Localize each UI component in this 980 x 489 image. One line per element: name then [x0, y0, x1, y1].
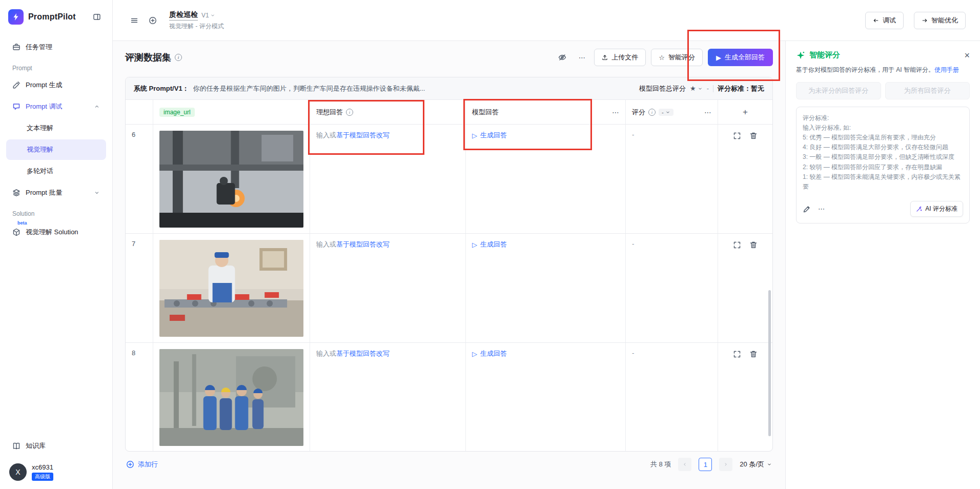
chevron-left-icon: [682, 462, 687, 467]
nav-label: 视觉理解 Solution: [26, 228, 78, 237]
ai-criteria-button[interactable]: AI 评分标准: [910, 201, 963, 217]
sidebar-item-prompt-batch[interactable]: Prompt 批量: [6, 182, 106, 203]
upload-icon: [602, 54, 608, 60]
rewrite-from-model-link[interactable]: 基于模型回答改写: [336, 240, 390, 248]
ideal-answer-cell[interactable]: 输入或基于模型回答改写: [310, 343, 466, 452]
section-label-prompt: Prompt: [0, 58, 112, 74]
upload-file-button[interactable]: 上传文件: [594, 49, 646, 66]
nav-label: 文本理解: [27, 124, 53, 133]
topbar: 质检巡检 V1 视觉理解 - 评分模式 调试 智能优化: [113, 0, 980, 41]
pencil-icon: [803, 205, 811, 213]
user-meta: xc6931 高级版: [32, 463, 53, 481]
nav-label: 视觉理解: [27, 145, 53, 154]
chevron-down-icon: [665, 110, 670, 115]
header-image-url[interactable]: image_url: [153, 100, 310, 124]
edit-criteria-button[interactable]: [803, 205, 811, 213]
play-icon: ▶: [716, 54, 721, 61]
sidebar-item-text-understanding[interactable]: 文本理解: [6, 118, 106, 138]
criteria-editor[interactable]: 评分标准: 输入评分标准, 如: 5: 优秀 — 模型回答完全满足所有要求，理由…: [796, 107, 970, 224]
ideal-answer-cell[interactable]: 输入或基于模型回答改写: [310, 125, 466, 233]
header-ideal-answer[interactable]: 理想回答 i: [310, 100, 466, 124]
expand-row-button[interactable]: [733, 132, 741, 140]
beta-tag: beta: [17, 220, 27, 226]
chevron-down-icon: [94, 190, 100, 196]
generate-answer-link[interactable]: ▷ 生成回答: [472, 349, 507, 358]
criteria-status: 评分标准：暂无: [718, 84, 764, 93]
task-subtitle: 视觉理解 - 评分模式: [169, 22, 224, 31]
column-menu-icon[interactable]: ⋯: [612, 108, 619, 116]
rewrite-from-model-link[interactable]: 基于模型回答改写: [336, 131, 390, 139]
dataset-image-worker-conveyor[interactable]: [159, 240, 303, 337]
generate-answer-link[interactable]: ▷ 生成回答: [472, 131, 507, 140]
sidebar-item-prompt-generate[interactable]: Prompt 生成: [6, 75, 106, 95]
hide-columns-button[interactable]: [555, 50, 569, 65]
delete-row-button[interactable]: [749, 350, 758, 358]
table-row: 7: [126, 234, 772, 343]
user-manual-link[interactable]: 使用手册: [934, 66, 959, 73]
score-filter-chip[interactable]: -: [659, 109, 673, 116]
task-title: 质检巡检: [169, 10, 198, 21]
info-icon: i: [175, 54, 182, 61]
hamburger-menu-button[interactable]: [127, 13, 141, 28]
ideal-placeholder-prefix: 输入或: [316, 131, 336, 139]
total-items-label: 共 8 项: [650, 460, 671, 469]
current-page-button[interactable]: 1: [699, 458, 712, 471]
dataset-toolbar: ⋯ 上传文件 ☆ 智能评分 ▶ 生成全部回答: [555, 49, 773, 66]
expand-row-button[interactable]: [733, 350, 741, 358]
score-type-chip[interactable]: ★: [690, 85, 703, 92]
more-actions-button[interactable]: ⋯: [575, 50, 589, 65]
image-cell: [153, 234, 310, 342]
sidebar-item-multi-turn-dialog[interactable]: 多轮对话: [6, 161, 106, 181]
avatar: X: [9, 463, 27, 481]
ideal-answer-label: 理想回答: [316, 108, 343, 117]
column-menu-icon[interactable]: ⋯: [704, 108, 711, 116]
debug-button[interactable]: 调试: [865, 12, 904, 29]
dataset-image-factory-inspection-group[interactable]: [159, 349, 303, 446]
sidebar-item-prompt-debug[interactable]: Prompt 调试: [6, 96, 106, 117]
sidebar-item-task-management[interactable]: 任务管理: [6, 37, 106, 57]
header-model-answer[interactable]: 模型回答 ⋯: [466, 100, 626, 124]
user-account[interactable]: X xc6931 高级版: [0, 457, 112, 484]
panel-description: 基于你对模型回答的评分标准，用于 AI 智能评分。使用手册: [796, 65, 970, 75]
score-all-button[interactable]: 为所有回答评分: [885, 82, 970, 99]
play-icon: ▷: [472, 351, 477, 357]
dataset-image-welding-workshop[interactable]: [159, 131, 303, 228]
generate-all-answers-label: 生成全部回答: [725, 53, 765, 62]
nav-label: 多轮对话: [27, 167, 53, 176]
chevron-right-icon: [723, 462, 728, 467]
expand-row-button[interactable]: [733, 241, 741, 249]
sidebar-item-knowledge-base[interactable]: 知识库: [6, 436, 106, 456]
generate-answer-link[interactable]: ▷ 生成回答: [472, 240, 507, 249]
criteria-line: 3: 一般 — 模型回答满足部分要求，但缺乏清晰性或深度: [803, 152, 963, 162]
page-size-select[interactable]: 20 条/页: [740, 460, 772, 469]
panel-title: 智能评分: [809, 50, 840, 60]
delete-row-button[interactable]: [749, 132, 758, 140]
generate-answer-label: 生成回答: [480, 131, 507, 140]
add-column-button[interactable]: +: [724, 107, 766, 117]
rewrite-from-model-link[interactable]: 基于模型回答改写: [336, 350, 390, 357]
score-unscored-button[interactable]: 为未评分的回答评分: [796, 82, 881, 99]
smart-score-button[interactable]: ☆ 智能评分: [651, 49, 703, 66]
next-page-button[interactable]: [719, 458, 732, 471]
generate-all-answers-button[interactable]: ▶ 生成全部回答: [708, 49, 773, 66]
close-panel-button[interactable]: ×: [964, 51, 970, 60]
trash-icon: [749, 132, 758, 140]
delete-row-button[interactable]: [749, 241, 758, 249]
row-number: 8: [126, 343, 153, 452]
sidebar-item-visual-understanding[interactable]: 视觉理解: [6, 139, 106, 160]
image-cell: [153, 125, 310, 233]
smart-optimize-button[interactable]: 智能优化: [914, 12, 966, 29]
sidebar: PromptPilot 任务管理 Prompt Prompt 生成 Prompt…: [0, 0, 113, 489]
criteria-more-button[interactable]: ⋯: [818, 206, 825, 212]
sidebar-collapse-button[interactable]: [90, 10, 104, 24]
arrow-left-icon: [873, 17, 879, 24]
vertical-scrollbar-thumb[interactable]: [768, 290, 771, 436]
add-row-button[interactable]: 添加行: [126, 460, 158, 469]
version-selector[interactable]: V1: [201, 12, 215, 19]
new-task-button[interactable]: [146, 13, 160, 28]
header-score[interactable]: 评分 i - ⋯: [626, 100, 718, 124]
ideal-answer-cell[interactable]: 输入或基于模型回答改写: [310, 234, 466, 342]
sidebar-item-visual-solution[interactable]: beta 视觉理解 Solution: [6, 220, 106, 244]
row-actions-cell: [718, 234, 772, 342]
prev-page-button[interactable]: [678, 458, 691, 471]
